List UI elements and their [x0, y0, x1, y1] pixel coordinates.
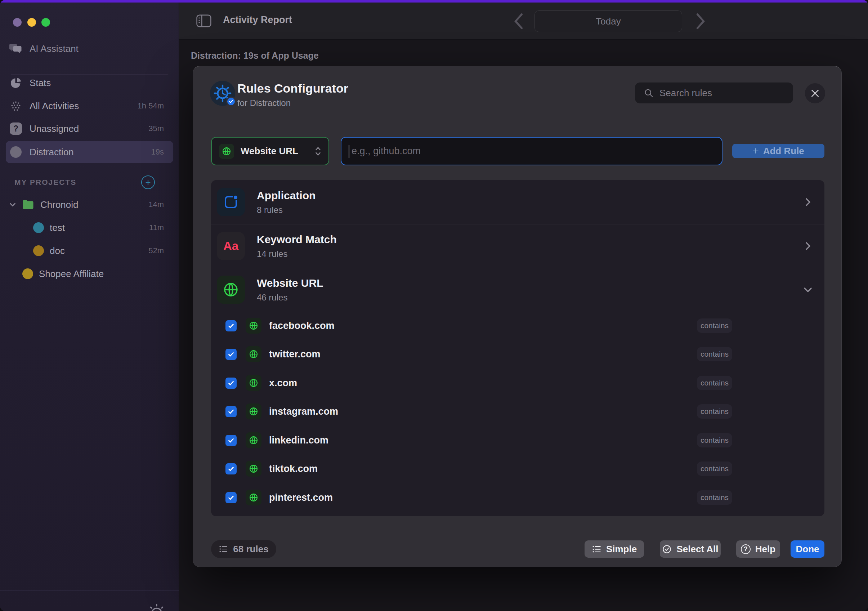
sidebar-project-shopee-affiliate[interactable]: Shopee Affiliate [6, 263, 173, 285]
match-type-badge: contains [697, 404, 732, 419]
category-application[interactable]: Application 8 rules [211, 180, 825, 224]
category-website-url[interactable]: Website URL 46 rules [211, 268, 825, 311]
category-count: 14 rules [257, 249, 337, 259]
traffic-light-close[interactable] [13, 18, 22, 27]
settings-gear-icon[interactable] [147, 603, 166, 611]
total-rules-badge: 68 rules [211, 540, 276, 558]
globe-icon [246, 375, 262, 391]
chevron-right-icon [803, 241, 812, 251]
rule-row[interactable]: pinterest.com contains [211, 483, 825, 512]
chevron-down-icon [9, 201, 17, 209]
rule-domain: x.com [269, 378, 297, 389]
rule-row[interactable]: tiktok.com contains [211, 454, 825, 483]
sidebar-item-stats[interactable]: Stats [6, 72, 173, 94]
rule-type-dropdown[interactable]: Website URL [211, 137, 329, 165]
sidebar-item-time: 35m [149, 124, 164, 133]
main-header: Activity Report Today [179, 3, 868, 40]
globe-icon [246, 403, 262, 419]
search-rules-field[interactable] [635, 82, 793, 103]
sidebar-toggle-icon[interactable] [196, 14, 211, 28]
done-label: Done [796, 544, 819, 555]
check-badge-icon [226, 96, 236, 106]
rule-row[interactable]: linkedin.com contains [211, 426, 825, 454]
rule-checkbox[interactable] [225, 349, 237, 360]
sidebar-project-test[interactable]: test 11m [6, 217, 173, 239]
rule-row[interactable]: twitter.com contains [211, 340, 825, 369]
sidebar-project-chronoid[interactable]: Chronoid 14m [6, 194, 173, 216]
match-type-badge: contains [697, 347, 732, 361]
category-circle-icon [9, 146, 22, 158]
rule-checkbox[interactable] [225, 320, 237, 332]
dialog-title: Rules Configurator [237, 81, 348, 95]
sidebar-item-unassigned[interactable]: ? Unassigned 35m [6, 118, 173, 140]
globe-icon [246, 346, 262, 362]
sidebar-item-distraction[interactable]: Distraction 19s [6, 141, 173, 163]
rule-row[interactable]: x.com contains [211, 369, 825, 397]
search-rules-input[interactable] [659, 87, 793, 99]
match-type-badge: contains [697, 433, 732, 447]
rule-domain: twitter.com [269, 349, 321, 360]
sidebar-project-doc[interactable]: doc 52m [6, 240, 173, 262]
application-icon [217, 188, 245, 216]
url-input[interactable] [351, 145, 722, 157]
done-button[interactable]: Done [790, 540, 825, 558]
sidebar-item-time: 19s [151, 147, 164, 157]
rule-checkbox[interactable] [225, 406, 237, 417]
chat-bubbles-icon [9, 42, 22, 55]
rule-checkbox[interactable] [225, 435, 237, 446]
traffic-light-minimize[interactable] [27, 18, 36, 27]
previous-day-button[interactable] [513, 12, 524, 31]
projects-header-label: MY PROJECTS [14, 178, 76, 187]
close-button[interactable] [805, 83, 825, 103]
rules-gear-badge-icon [210, 81, 235, 106]
help-button[interactable]: ? Help [736, 540, 780, 558]
simple-view-button[interactable]: Simple [584, 540, 644, 558]
check-circle-icon [662, 544, 672, 554]
sidebar-footer-divider [0, 591, 179, 591]
rule-checkbox[interactable] [225, 463, 237, 475]
folder-icon [22, 199, 34, 210]
url-input-field[interactable] [341, 137, 722, 165]
add-project-button[interactable]: + [141, 175, 155, 189]
help-icon: ? [741, 544, 750, 554]
usage-summary: Distraction: 19s of App Usage [191, 50, 319, 61]
rule-checkbox[interactable] [225, 492, 237, 503]
globe-icon [246, 490, 262, 506]
today-label: Today [596, 16, 620, 27]
traffic-light-zoom[interactable] [42, 18, 50, 27]
select-all-label: Select All [676, 544, 718, 555]
simple-label: Simple [606, 544, 637, 555]
today-button[interactable]: Today [535, 11, 682, 32]
add-rule-button[interactable]: + Add Rule [732, 144, 825, 158]
project-time: 14m [149, 200, 164, 209]
sidebar-item-time: 1h 54m [138, 101, 164, 111]
dialog-subtitle: for Distraction [237, 98, 291, 108]
rule-checkbox[interactable] [225, 378, 237, 389]
project-color-dot [22, 268, 33, 279]
rule-row[interactable]: facebook.com contains [211, 311, 825, 340]
sidebar-item-all-activities[interactable]: All Activities 1h 54m [6, 95, 173, 117]
next-day-button[interactable] [695, 12, 706, 31]
plus-icon: + [752, 145, 759, 157]
sidebar-item-label: Unassigned [29, 123, 79, 134]
chevron-down-icon [803, 285, 812, 294]
projects-header: MY PROJECTS + [14, 176, 166, 188]
match-type-badge: contains [697, 376, 732, 390]
sidebar-item-ai-assistant[interactable]: AI Assistant [6, 37, 173, 60]
project-label: Shopee Affiliate [39, 268, 104, 279]
rule-domain: instagram.com [269, 406, 338, 417]
match-type-badge: contains [697, 318, 732, 333]
rule-domain: linkedin.com [269, 435, 329, 446]
sidebar-item-label: All Activities [29, 101, 79, 112]
close-icon [811, 88, 820, 98]
select-all-button[interactable]: Select All [660, 540, 721, 558]
globe-icon [246, 318, 262, 333]
keyword-match-icon: Aa [217, 232, 245, 260]
project-label: test [50, 222, 65, 233]
text-caret [349, 145, 349, 158]
rule-row[interactable]: instagram.com contains [211, 397, 825, 426]
category-keyword-match[interactable]: Aa Keyword Match 14 rules [211, 225, 825, 268]
plus-icon: + [145, 177, 150, 188]
rule-domain: facebook.com [269, 320, 335, 332]
rules-configurator-dialog: Rules Configurator for Distraction Websi… [193, 66, 842, 567]
